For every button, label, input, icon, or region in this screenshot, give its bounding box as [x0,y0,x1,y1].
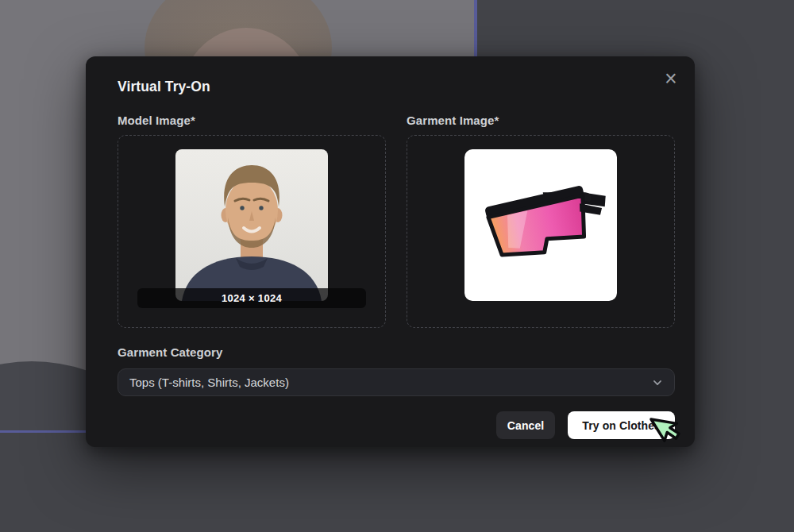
dialog-footer: Cancel Try on Clothes [118,411,675,439]
model-image-field: Model Image* [118,114,386,328]
close-icon: × [665,68,677,90]
chevron-down-icon [652,377,663,388]
image-size-badge: 1024 × 1024 [137,288,366,308]
close-button[interactable]: × [660,67,682,90]
model-image-dropzone[interactable]: 1024 × 1024 [118,135,386,328]
image-columns: Model Image* [118,114,675,328]
model-image-label: Model Image* [118,114,386,127]
garment-image-dropzone[interactable] [407,135,675,328]
try-on-clothes-button[interactable]: Try on Clothes [568,411,675,439]
selected-category-value: Tops (T-shirts, Shirts, Jackets) [129,376,289,389]
garment-image-preview [464,149,617,301]
garment-category-label: Garment Category [118,345,675,359]
garment-image-field: Garment Image* [407,114,675,328]
cancel-button[interactable]: Cancel [496,411,556,439]
model-image-preview [175,149,328,301]
virtual-try-on-dialog: Virtual Try-On × Model Image* [86,56,695,447]
garment-image-label: Garment Image* [407,114,675,127]
dialog-title: Virtual Try-On [118,79,675,94]
garment-category-select[interactable]: Tops (T-shirts, Shirts, Jackets) [118,368,675,396]
